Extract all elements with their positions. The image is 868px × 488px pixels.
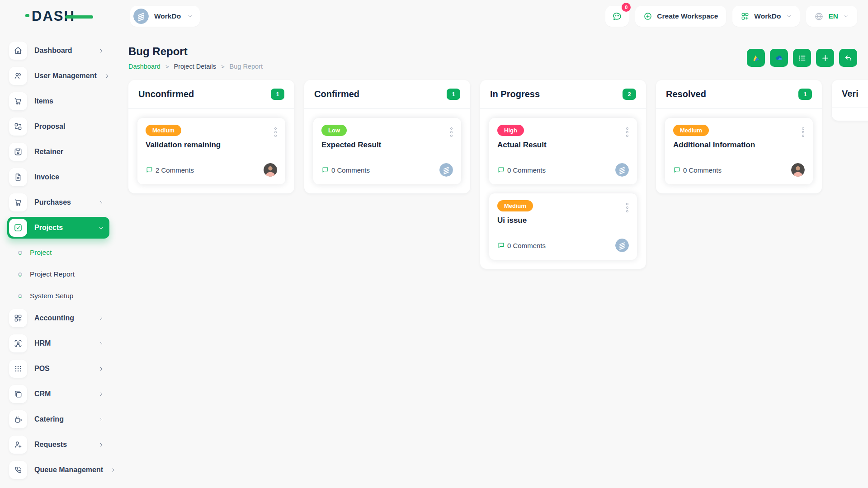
- kanban-card[interactable]: MediumValidation remaining2 Comments: [137, 118, 285, 184]
- create-workspace-button[interactable]: Create Workspace: [635, 6, 726, 27]
- comment-icon: [497, 166, 505, 174]
- sidebar-subitem-project-report[interactable]: Project Report: [7, 264, 116, 285]
- page-title: Bug Report: [128, 45, 263, 58]
- language-label: EN: [828, 12, 838, 20]
- kanban-card[interactable]: MediumUi issue0 Comments: [489, 193, 637, 260]
- column-header: Unconfirmed1: [128, 80, 294, 109]
- column-header: Resolved1: [656, 80, 822, 109]
- breadcrumb-dashboard[interactable]: Dashboard: [128, 63, 160, 70]
- card-menu-button[interactable]: [624, 201, 630, 214]
- sidebar-item-crm[interactable]: CRM: [7, 383, 109, 405]
- language-selector[interactable]: EN: [806, 6, 857, 27]
- column-header: Veri: [832, 80, 868, 108]
- column-count-badge: 1: [447, 89, 460, 100]
- breadcrumb-project-details[interactable]: Project Details: [174, 63, 216, 70]
- sidebar-subitem-system-setup[interactable]: System Setup: [7, 286, 116, 306]
- sidebar-item-pos[interactable]: POS: [7, 358, 109, 380]
- sidebar-subitem-project[interactable]: Project: [7, 242, 116, 263]
- notification-badge: 0: [622, 3, 631, 12]
- card-menu-button[interactable]: [624, 126, 630, 139]
- workspace-selector[interactable]: WorkDo: [130, 6, 200, 27]
- page-actions: [747, 49, 857, 67]
- chevron-right-icon: [98, 341, 104, 347]
- sidebar-item-projects[interactable]: Projects: [7, 217, 109, 239]
- card-footer: 0 Comments: [497, 163, 629, 177]
- bullet-icon: [18, 272, 22, 277]
- assignee-avatar: [791, 163, 805, 177]
- comment-icon: [497, 242, 505, 249]
- kanban-card[interactable]: MediumAdditional Information0 Comments: [665, 118, 813, 184]
- chevron-right-icon: [98, 417, 104, 422]
- kanban-board: Unconfirmed1MediumValidation remaining2 …: [116, 80, 868, 269]
- column-count-badge: 2: [623, 89, 636, 100]
- list-view-button[interactable]: [793, 49, 811, 67]
- sidebar-item-items[interactable]: Items: [7, 90, 109, 112]
- chevron-right-icon: [98, 366, 104, 372]
- topbar: DASH WorkDo 0 Create Workspace WorkDo EN: [0, 0, 868, 33]
- sidebar-item-label: User Management: [34, 72, 97, 80]
- chevron-down-icon: [844, 14, 849, 19]
- sidebar-item-catering[interactable]: Catering: [7, 408, 109, 430]
- comments-label: 0 Comments: [683, 166, 722, 174]
- comments-label: 0 Comments: [507, 166, 546, 174]
- app-logo[interactable]: DASH: [32, 8, 75, 24]
- logo-accent-bar: [65, 15, 93, 19]
- card-menu-button[interactable]: [800, 126, 806, 139]
- sidebar-item-label: Requests: [34, 441, 67, 449]
- chat-icon: [612, 11, 623, 22]
- breadcrumb-separator: >: [160, 63, 174, 70]
- onedrive-button[interactable]: [770, 49, 788, 67]
- page-header: Bug Report Dashboard > Project Details >…: [116, 33, 868, 80]
- priority-badge: Medium: [146, 125, 181, 136]
- assignee-avatar: [615, 163, 629, 177]
- kanban-column-veri: Veri: [832, 80, 868, 121]
- comments-label: 2 Comments: [156, 166, 194, 174]
- grid-plus-icon: [741, 12, 750, 21]
- card-footer: 0 Comments: [321, 163, 453, 177]
- card-menu-button[interactable]: [273, 126, 278, 139]
- back-button[interactable]: [839, 49, 857, 67]
- messages-button[interactable]: 0: [605, 6, 629, 27]
- sidebar-item-label: Items: [34, 97, 53, 105]
- sidebar: DashboardUser ManagementItemsProposalRet…: [0, 33, 116, 488]
- kanban-column-confirmed: Confirmed1LowExpected Result0 Comments: [304, 80, 470, 193]
- card-comments: 0 Comments: [321, 166, 370, 174]
- sidebar-item-hrm[interactable]: HRM: [7, 333, 109, 354]
- sidebar-item-retainer[interactable]: Retainer: [7, 141, 109, 163]
- chevron-down-icon: [98, 225, 104, 231]
- kanban-card[interactable]: LowExpected Result0 Comments: [313, 118, 461, 184]
- comment-icon: [321, 166, 329, 174]
- kanban-card[interactable]: HighActual Result0 Comments: [489, 118, 637, 184]
- sidebar-item-requests[interactable]: Requests: [7, 434, 109, 455]
- main-content: Bug Report Dashboard > Project Details >…: [116, 33, 868, 269]
- sidebar-item-dashboard[interactable]: Dashboard: [7, 40, 109, 61]
- assignee-avatar: [439, 163, 453, 177]
- bullet-icon: [18, 294, 22, 298]
- assignee-avatar: [264, 163, 277, 177]
- column-header: Confirmed1: [304, 80, 470, 109]
- topbar-right: 0 Create Workspace WorkDo EN: [605, 6, 857, 27]
- card-title: Expected Result: [321, 141, 453, 150]
- column-count-badge: 1: [271, 89, 284, 100]
- sidebar-item-proposal[interactable]: Proposal: [7, 116, 109, 137]
- sidebar-item-purchases[interactable]: Purchases: [7, 192, 109, 213]
- column-body: MediumValidation remaining2 Comments: [128, 109, 294, 193]
- sidebar-subitem-label: Project: [30, 249, 52, 257]
- column-body: HighActual Result0 CommentsMediumUi issu…: [480, 109, 646, 269]
- column-count-badge: 1: [798, 89, 812, 100]
- priority-badge: Medium: [673, 125, 709, 136]
- column-title: Confirmed: [314, 89, 359, 99]
- sidebar-item-queue-management[interactable]: Queue Management: [7, 459, 109, 481]
- google-drive-button[interactable]: [747, 49, 765, 67]
- sidebar-item-user-management[interactable]: User Management: [7, 65, 109, 87]
- phone-icon: [9, 461, 27, 479]
- sidebar-item-accounting[interactable]: Accounting: [7, 307, 109, 329]
- sidebar-item-invoice[interactable]: Invoice: [7, 166, 109, 188]
- home-icon: [9, 42, 27, 60]
- dots-grid-icon: [9, 360, 27, 378]
- card-menu-button[interactable]: [448, 126, 454, 139]
- sidebar-item-label: Dashboard: [34, 47, 72, 55]
- workspace-switcher-button[interactable]: WorkDo: [732, 6, 800, 27]
- add-bug-button[interactable]: [816, 49, 834, 67]
- sidebar-subitem-label: Project Report: [30, 270, 75, 278]
